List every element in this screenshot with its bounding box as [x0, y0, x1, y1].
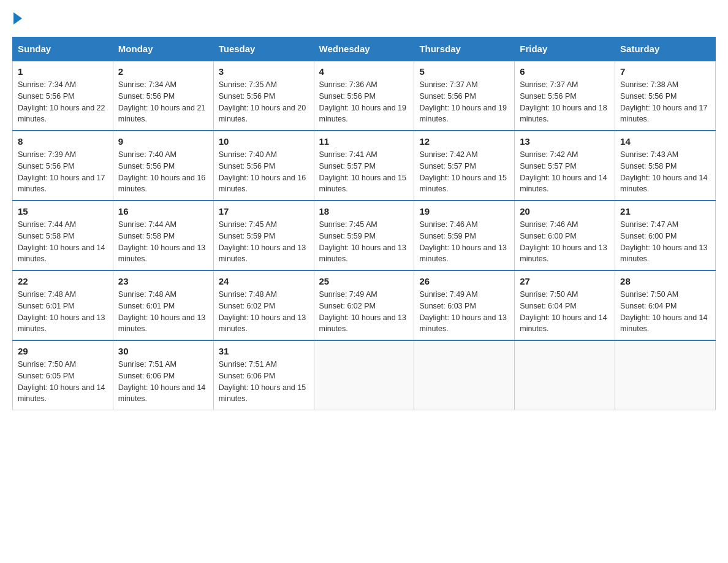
calendar-cell: 31 Sunrise: 7:51 AMSunset: 6:06 PMDaylig… — [213, 340, 314, 410]
day-info: Sunrise: 7:46 AMSunset: 6:00 PMDaylight:… — [520, 219, 610, 265]
week-row-2: 8 Sunrise: 7:39 AMSunset: 5:56 PMDayligh… — [13, 131, 716, 201]
day-info: Sunrise: 7:34 AMSunset: 5:56 PMDaylight:… — [18, 79, 108, 125]
calendar-cell: 18 Sunrise: 7:45 AMSunset: 5:59 PMDaylig… — [314, 201, 414, 270]
day-info: Sunrise: 7:36 AMSunset: 5:56 PMDaylight:… — [319, 79, 409, 125]
weekday-header-row: SundayMondayTuesdayWednesdayThursdayFrid… — [13, 37, 716, 61]
day-number: 7 — [620, 66, 710, 77]
day-number: 18 — [319, 206, 409, 216]
page-header — [12, 12, 716, 25]
day-number: 31 — [219, 346, 309, 356]
day-info: Sunrise: 7:47 AMSunset: 6:00 PMDaylight:… — [620, 219, 710, 265]
calendar-cell: 6 Sunrise: 7:37 AMSunset: 5:56 PMDayligh… — [515, 61, 615, 131]
calendar-cell: 24 Sunrise: 7:48 AMSunset: 6:02 PMDaylig… — [213, 270, 314, 340]
weekday-header-tuesday: Tuesday — [213, 37, 314, 61]
day-info: Sunrise: 7:48 AMSunset: 6:01 PMDaylight:… — [18, 289, 108, 335]
calendar-cell: 11 Sunrise: 7:41 AMSunset: 5:57 PMDaylig… — [314, 131, 414, 201]
weekday-header-saturday: Saturday — [615, 37, 716, 61]
day-number: 30 — [118, 346, 208, 356]
day-number: 11 — [319, 136, 409, 147]
day-number: 24 — [219, 276, 309, 286]
day-number: 16 — [118, 206, 208, 216]
calendar-body: 1 Sunrise: 7:34 AMSunset: 5:56 PMDayligh… — [13, 61, 716, 410]
day-info: Sunrise: 7:41 AMSunset: 5:57 PMDaylight:… — [319, 149, 409, 195]
calendar-header: SundayMondayTuesdayWednesdayThursdayFrid… — [13, 37, 716, 61]
weekday-header-friday: Friday — [515, 37, 615, 61]
day-number: 8 — [18, 136, 108, 147]
day-number: 21 — [620, 206, 710, 216]
calendar-cell: 15 Sunrise: 7:44 AMSunset: 5:58 PMDaylig… — [13, 201, 113, 270]
day-info: Sunrise: 7:40 AMSunset: 5:56 PMDaylight:… — [219, 149, 309, 195]
day-number: 9 — [118, 136, 208, 147]
day-number: 5 — [419, 66, 509, 77]
day-info: Sunrise: 7:34 AMSunset: 5:56 PMDaylight:… — [118, 79, 208, 125]
calendar-cell: 21 Sunrise: 7:47 AMSunset: 6:00 PMDaylig… — [615, 201, 716, 270]
week-row-3: 15 Sunrise: 7:44 AMSunset: 5:58 PMDaylig… — [13, 201, 716, 270]
calendar-cell: 9 Sunrise: 7:40 AMSunset: 5:56 PMDayligh… — [113, 131, 213, 201]
calendar-cell: 30 Sunrise: 7:51 AMSunset: 6:06 PMDaylig… — [113, 340, 213, 410]
day-info: Sunrise: 7:51 AMSunset: 6:06 PMDaylight:… — [219, 359, 309, 405]
day-number: 29 — [18, 346, 108, 356]
day-info: Sunrise: 7:45 AMSunset: 5:59 PMDaylight:… — [219, 219, 309, 265]
day-info: Sunrise: 7:44 AMSunset: 5:58 PMDaylight:… — [18, 219, 108, 265]
calendar-cell: 16 Sunrise: 7:44 AMSunset: 5:58 PMDaylig… — [113, 201, 213, 270]
logo — [12, 12, 22, 25]
calendar-cell: 27 Sunrise: 7:50 AMSunset: 6:04 PMDaylig… — [515, 270, 615, 340]
day-number: 6 — [520, 66, 610, 77]
day-number: 13 — [520, 136, 610, 147]
day-info: Sunrise: 7:40 AMSunset: 5:56 PMDaylight:… — [118, 149, 208, 195]
day-info: Sunrise: 7:37 AMSunset: 5:56 PMDaylight:… — [419, 79, 509, 125]
calendar-cell: 3 Sunrise: 7:35 AMSunset: 5:56 PMDayligh… — [213, 61, 314, 131]
calendar-cell: 26 Sunrise: 7:49 AMSunset: 6:03 PMDaylig… — [414, 270, 515, 340]
calendar-cell: 7 Sunrise: 7:38 AMSunset: 5:56 PMDayligh… — [615, 61, 716, 131]
calendar-cell: 5 Sunrise: 7:37 AMSunset: 5:56 PMDayligh… — [414, 61, 515, 131]
calendar-cell: 19 Sunrise: 7:46 AMSunset: 5:59 PMDaylig… — [414, 201, 515, 270]
calendar-cell: 23 Sunrise: 7:48 AMSunset: 6:01 PMDaylig… — [113, 270, 213, 340]
calendar-cell: 13 Sunrise: 7:42 AMSunset: 5:57 PMDaylig… — [515, 131, 615, 201]
day-number: 25 — [319, 276, 409, 286]
day-info: Sunrise: 7:43 AMSunset: 5:58 PMDaylight:… — [620, 149, 710, 195]
calendar-cell: 1 Sunrise: 7:34 AMSunset: 5:56 PMDayligh… — [13, 61, 113, 131]
day-info: Sunrise: 7:42 AMSunset: 5:57 PMDaylight:… — [419, 149, 509, 195]
calendar-cell: 28 Sunrise: 7:50 AMSunset: 6:04 PMDaylig… — [615, 270, 716, 340]
day-number: 10 — [219, 136, 309, 147]
day-info: Sunrise: 7:50 AMSunset: 6:04 PMDaylight:… — [520, 289, 610, 335]
day-number: 27 — [520, 276, 610, 286]
day-info: Sunrise: 7:45 AMSunset: 5:59 PMDaylight:… — [319, 219, 409, 265]
day-info: Sunrise: 7:39 AMSunset: 5:56 PMDaylight:… — [18, 149, 108, 195]
day-number: 3 — [219, 66, 309, 77]
day-number: 15 — [18, 206, 108, 216]
week-row-1: 1 Sunrise: 7:34 AMSunset: 5:56 PMDayligh… — [13, 61, 716, 131]
calendar-cell: 4 Sunrise: 7:36 AMSunset: 5:56 PMDayligh… — [314, 61, 414, 131]
weekday-header-thursday: Thursday — [414, 37, 515, 61]
calendar-cell: 12 Sunrise: 7:42 AMSunset: 5:57 PMDaylig… — [414, 131, 515, 201]
day-info: Sunrise: 7:50 AMSunset: 6:05 PMDaylight:… — [18, 359, 108, 405]
calendar-cell: 14 Sunrise: 7:43 AMSunset: 5:58 PMDaylig… — [615, 131, 716, 201]
calendar-cell — [314, 340, 414, 410]
calendar-cell — [515, 340, 615, 410]
day-number: 2 — [118, 66, 208, 77]
day-number: 14 — [620, 136, 710, 147]
day-info: Sunrise: 7:49 AMSunset: 6:03 PMDaylight:… — [419, 289, 509, 335]
calendar-cell: 2 Sunrise: 7:34 AMSunset: 5:56 PMDayligh… — [113, 61, 213, 131]
calendar-cell: 17 Sunrise: 7:45 AMSunset: 5:59 PMDaylig… — [213, 201, 314, 270]
weekday-header-wednesday: Wednesday — [314, 37, 414, 61]
calendar-cell: 22 Sunrise: 7:48 AMSunset: 6:01 PMDaylig… — [13, 270, 113, 340]
day-number: 1 — [18, 66, 108, 77]
week-row-4: 22 Sunrise: 7:48 AMSunset: 6:01 PMDaylig… — [13, 270, 716, 340]
day-info: Sunrise: 7:42 AMSunset: 5:57 PMDaylight:… — [520, 149, 610, 195]
day-number: 22 — [18, 276, 108, 286]
calendar-cell — [414, 340, 515, 410]
day-number: 28 — [620, 276, 710, 286]
day-number: 4 — [319, 66, 409, 77]
day-info: Sunrise: 7:51 AMSunset: 6:06 PMDaylight:… — [118, 359, 208, 405]
weekday-header-monday: Monday — [113, 37, 213, 61]
day-number: 19 — [419, 206, 509, 216]
day-info: Sunrise: 7:46 AMSunset: 5:59 PMDaylight:… — [419, 219, 509, 265]
calendar-cell: 8 Sunrise: 7:39 AMSunset: 5:56 PMDayligh… — [13, 131, 113, 201]
day-number: 17 — [219, 206, 309, 216]
calendar-cell: 29 Sunrise: 7:50 AMSunset: 6:05 PMDaylig… — [13, 340, 113, 410]
day-info: Sunrise: 7:48 AMSunset: 6:01 PMDaylight:… — [118, 289, 208, 335]
calendar-cell: 25 Sunrise: 7:49 AMSunset: 6:02 PMDaylig… — [314, 270, 414, 340]
day-number: 20 — [520, 206, 610, 216]
calendar-cell: 20 Sunrise: 7:46 AMSunset: 6:00 PMDaylig… — [515, 201, 615, 270]
